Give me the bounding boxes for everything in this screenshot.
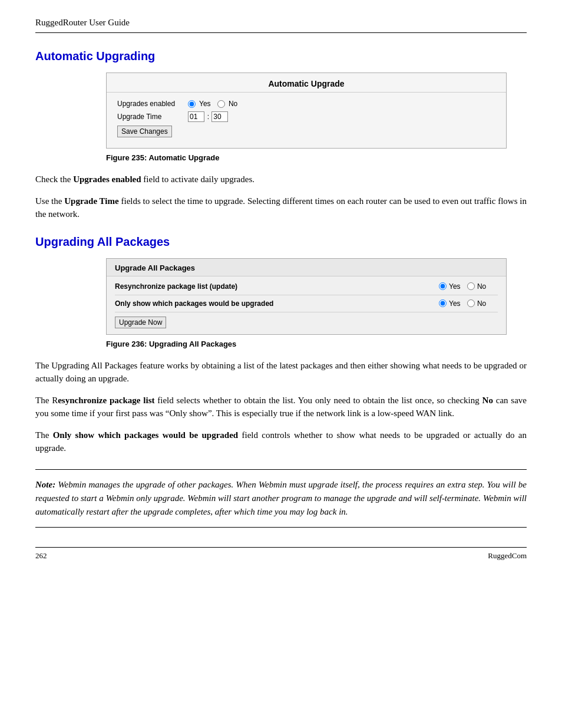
upgrades-yes-radio[interactable] xyxy=(188,100,196,108)
body1-post: field to activate daily upgrades. xyxy=(141,174,254,184)
figure-235-box: Automatic Upgrade Upgrades enabled Yes N… xyxy=(106,73,507,149)
upgrade-time-hour[interactable] xyxy=(188,111,204,122)
automatic-upgrading-section: Automatic Upgrading Automatic Upgrade Up… xyxy=(35,50,527,221)
auto-upgrade-body1: Check the Upgrades enabled field to acti… xyxy=(35,173,527,186)
body2-pre: Use the xyxy=(35,196,64,206)
only-show-yes-label: Yes xyxy=(449,299,461,308)
body2-bold2: No xyxy=(482,396,493,405)
body2-post: field selects whether to obtain the list… xyxy=(154,396,482,405)
upgrades-enabled-radio-group: Yes No xyxy=(188,100,237,108)
save-changes-row: Save Changes xyxy=(117,126,495,137)
figure-235-title: Automatic Upgrade xyxy=(107,73,506,93)
upgrades-enabled-label: Upgrades enabled xyxy=(117,100,188,108)
resync-no-label: No xyxy=(477,282,486,291)
note-label: Note: xyxy=(35,480,55,489)
figure-235-caption: Figure 235: Automatic Upgrade xyxy=(106,153,527,162)
resync-yes-radio[interactable] xyxy=(439,282,447,290)
resync-yes-label: Yes xyxy=(449,282,461,291)
auto-upgrade-body2: Use the Upgrade Time fields to select th… xyxy=(35,195,527,221)
only-show-no-radio[interactable] xyxy=(467,299,475,307)
figure-235-body: Upgrades enabled Yes No Upgrade Time : xyxy=(107,93,506,148)
upgrade-time-row: Upgrade Time : xyxy=(117,111,495,122)
save-changes-button[interactable]: Save Changes xyxy=(117,126,172,137)
body2-bold: esynchronize package list xyxy=(58,396,154,405)
automatic-upgrading-heading: Automatic Upgrading xyxy=(35,50,527,63)
figure-236-caption: Figure 236: Upgrading All Packages xyxy=(106,340,527,348)
upgrade-time-label: Upgrade Time xyxy=(117,113,188,121)
upgrading-all-heading: Upgrading All Packages xyxy=(35,235,527,249)
upgrading-all-packages-section: Upgrading All Packages Upgrade All Packa… xyxy=(35,235,527,455)
header-text: RuggedRouter User Guide xyxy=(35,18,130,28)
resync-label: Resynchronize package list (update) xyxy=(115,282,439,291)
upgrade-body2: The Resynchronize package list field sel… xyxy=(35,394,527,420)
resync-row: Resynchronize package list (update) Yes … xyxy=(115,282,498,295)
only-show-radio-group: Yes No xyxy=(439,299,498,308)
page-number: 262 xyxy=(35,551,47,561)
body2-pre: The R xyxy=(35,396,58,405)
upgrades-enabled-row: Upgrades enabled Yes No xyxy=(117,100,495,108)
note-box: Note: Webmin manages the upgrade of othe… xyxy=(35,469,527,528)
resync-radio-group: Yes No xyxy=(439,282,498,291)
only-show-no-label: No xyxy=(477,299,486,308)
body1-bold: Upgrades enabled xyxy=(73,174,141,184)
upgrade-now-button[interactable]: Upgrade Now xyxy=(115,317,166,328)
figure-236-box: Upgrade All Packages Resynchronize packa… xyxy=(106,258,507,335)
figure-236-body: Resynchronize package list (update) Yes … xyxy=(107,276,506,334)
resync-no-radio[interactable] xyxy=(467,282,475,290)
note-text: Note: Webmin manages the upgrade of othe… xyxy=(35,478,527,519)
upgrades-no-label: No xyxy=(229,100,237,108)
upgrade-time-inputs: : xyxy=(188,111,228,122)
upgrades-no-radio[interactable] xyxy=(217,100,225,108)
time-separator: : xyxy=(207,113,211,121)
upgrade-body1: The Upgrading All Packages feature works… xyxy=(35,359,527,386)
body3-bold: Only show which packages would be upgrad… xyxy=(53,430,239,440)
note-content: Webmin manages the upgrade of other pack… xyxy=(35,480,527,517)
upgrade-now-row: Upgrade Now xyxy=(115,317,498,328)
only-show-row: Only show which packages would be upgrad… xyxy=(115,299,498,312)
upgrade-time-minute[interactable] xyxy=(211,111,228,122)
body2-bold: Upgrade Time xyxy=(64,196,118,206)
upgrades-yes-label: Yes xyxy=(199,100,211,108)
body1-pre: Check the xyxy=(35,174,73,184)
footer-brand: RuggedCom xyxy=(488,551,527,561)
only-show-yes-radio[interactable] xyxy=(439,299,447,307)
upgrade-body3: The Only show which packages would be up… xyxy=(35,429,527,455)
page-footer: 262 RuggedCom xyxy=(35,547,527,561)
body3-pre: The xyxy=(35,430,53,440)
page-header: RuggedRouter User Guide xyxy=(35,18,527,33)
only-show-label: Only show which packages would be upgrad… xyxy=(115,299,439,308)
figure-236-title: Upgrade All Packages xyxy=(107,259,506,276)
